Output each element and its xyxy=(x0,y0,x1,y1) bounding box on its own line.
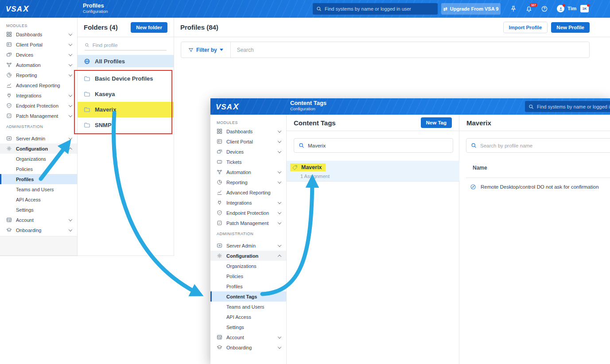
sidebar-item-automation[interactable]: Automation xyxy=(210,167,286,177)
sidebar-item-settings[interactable]: Settings xyxy=(210,322,286,332)
sidebar-item-onboarding[interactable]: Onboarding xyxy=(0,225,77,235)
item-label: Automation xyxy=(16,62,41,68)
sidebar-item-teams-and-users[interactable]: Teams and Users xyxy=(0,184,77,194)
server-admin-icon xyxy=(6,136,12,141)
chevron-down-icon xyxy=(69,42,72,46)
new-tag-button[interactable]: New Tag xyxy=(421,117,452,128)
sidebar-item-devices[interactable]: Devices xyxy=(210,147,286,157)
sidebar-item-profiles[interactable]: Profiles xyxy=(0,174,77,184)
chevron-down-icon xyxy=(278,180,281,183)
sidebar-item-configuration[interactable]: Configuration xyxy=(0,143,77,154)
item-label: Onboarding xyxy=(16,228,42,233)
caret-down-icon xyxy=(220,49,223,51)
filter-by-dropdown[interactable]: Filter by xyxy=(181,42,231,58)
sidebar-item-integrations[interactable]: Integrations xyxy=(210,197,286,208)
item-label: API Access xyxy=(226,314,251,320)
folder-item-snmp[interactable]: SNMP xyxy=(78,117,174,133)
folder-item-all-profiles[interactable]: All Profiles xyxy=(78,55,174,67)
upgrade-button[interactable]: ⇄ Upgrade From VSA 9 xyxy=(441,3,501,15)
sidebar-item-configuration[interactable]: Configuration xyxy=(210,251,286,261)
sidebar-item-account[interactable]: Account xyxy=(210,332,286,342)
sidebar-item-advanced-reporting[interactable]: Advanced Reporting xyxy=(210,187,286,197)
sidebar-item-advanced-reporting[interactable]: Advanced Reporting xyxy=(0,80,77,90)
sidebar-item-settings[interactable]: Settings xyxy=(0,205,77,215)
chevron-up-icon xyxy=(69,147,72,151)
devices-icon xyxy=(217,149,222,155)
patch-management-icon xyxy=(217,220,222,226)
sidebar-item-teams-and-users[interactable]: Teams and Users xyxy=(210,302,286,312)
search-icon xyxy=(299,143,304,148)
chevron-down-icon xyxy=(278,200,281,204)
sidebar-item-endpoint-protection[interactable]: Endpoint Protection xyxy=(210,208,286,218)
page-subtitle: Configuration xyxy=(290,107,326,112)
profile-row[interactable]: Remote Desktop/control DO not ask for co… xyxy=(470,184,599,190)
sidebar-item-policies[interactable]: Policies xyxy=(0,164,77,174)
profile-search-input[interactable] xyxy=(480,143,610,148)
sidebar-item-dashboards[interactable]: Dashboards xyxy=(210,126,286,136)
folder-item-kaseya[interactable]: Kaseya xyxy=(78,86,174,102)
chevron-down-icon xyxy=(69,136,72,139)
sidebar-item-server-admin[interactable]: Server Admin xyxy=(210,240,286,251)
sidebar-item-content-tags[interactable]: Content Tags xyxy=(210,291,286,302)
item-label: Profiles xyxy=(226,284,243,289)
sidebar-item-patch-management[interactable]: Patch Management xyxy=(210,218,286,228)
sidebar-item-account[interactable]: Account xyxy=(0,215,77,225)
sidebar-item-organizations[interactable]: Organizations xyxy=(210,261,286,271)
global-search[interactable] xyxy=(525,101,610,112)
sidebar-item-profiles[interactable]: Profiles xyxy=(210,281,286,291)
profiles-search-input[interactable] xyxy=(231,47,589,53)
sidebar-item-tickets[interactable]: Tickets xyxy=(210,157,286,167)
tag-search-box[interactable] xyxy=(294,138,453,153)
import-profile-button[interactable]: Import Profile xyxy=(503,22,548,33)
sidebar-item-reporting[interactable]: Reporting xyxy=(0,70,77,80)
profile-search-box[interactable] xyxy=(466,138,610,153)
global-search-input[interactable] xyxy=(537,104,610,109)
global-search-input[interactable] xyxy=(325,6,434,12)
onboarding-icon xyxy=(217,345,222,350)
detail-title: Maverix xyxy=(466,119,491,127)
sidebar-item-automation[interactable]: Automation xyxy=(0,60,77,70)
sidebar-item-client-portal[interactable]: Client Portal xyxy=(210,136,286,147)
find-profile-input[interactable] xyxy=(93,43,167,48)
page-subtitle: Configuration xyxy=(83,9,108,14)
tag-name-highlight[interactable]: Maverix xyxy=(290,163,326,171)
sidebar-footer xyxy=(0,236,77,256)
item-label: Settings xyxy=(226,325,244,330)
sidebar-item-reporting[interactable]: Reporting xyxy=(210,177,286,187)
chevron-down-icon xyxy=(69,93,72,97)
sidebar-item-integrations[interactable]: Integrations xyxy=(0,90,77,101)
sidebar-item-client-portal[interactable]: Client Portal xyxy=(0,39,77,50)
folder-item-basic-device-profiles[interactable]: Basic Device Profiles xyxy=(78,71,174,86)
sidebar-item-devices[interactable]: Devices xyxy=(0,50,77,60)
tag-name: Maverix xyxy=(301,164,322,170)
sidebar-item-server-admin[interactable]: Server Admin xyxy=(0,133,77,143)
folder-item-maverix[interactable]: Maverix xyxy=(78,102,174,117)
sidebar-item-endpoint-protection[interactable]: Endpoint Protection xyxy=(0,101,77,111)
folder-label: All Profiles xyxy=(95,58,125,65)
sidebar-item-patch-management[interactable]: Patch Management xyxy=(0,111,77,121)
item-label: Policies xyxy=(226,274,243,279)
find-profile-search[interactable] xyxy=(85,43,167,50)
item-label: Configuration xyxy=(16,146,48,151)
sidebar-item-organizations[interactable]: Organizations xyxy=(0,154,77,164)
sidebar-item-api-access[interactable]: API Access xyxy=(210,312,286,322)
item-label: Settings xyxy=(16,207,34,213)
item-label: Client Portal xyxy=(16,42,43,47)
reporting-icon xyxy=(217,179,222,185)
new-profile-button[interactable]: New Profile xyxy=(551,22,590,33)
sidebar-item-dashboards[interactable]: Dashboards xyxy=(0,29,77,39)
chevron-down-icon xyxy=(278,129,281,132)
item-label: Tickets xyxy=(226,159,241,165)
pin-icon[interactable] xyxy=(510,5,517,12)
sidebar-item-api-access[interactable]: API Access xyxy=(0,194,77,205)
new-folder-button[interactable]: New folder xyxy=(131,22,167,33)
sidebar-item-policies[interactable]: Policies xyxy=(210,271,286,281)
item-label: Advanced Reporting xyxy=(226,190,271,195)
logo-text: VSA xyxy=(6,5,23,13)
endpoint-protection-icon xyxy=(217,210,222,216)
vsax-logo: VSAX xyxy=(216,102,239,112)
sidebar-item-onboarding[interactable]: Onboarding xyxy=(210,342,286,352)
help-icon[interactable] xyxy=(541,5,548,12)
global-search[interactable] xyxy=(313,3,438,15)
tag-search-input[interactable] xyxy=(308,143,448,148)
